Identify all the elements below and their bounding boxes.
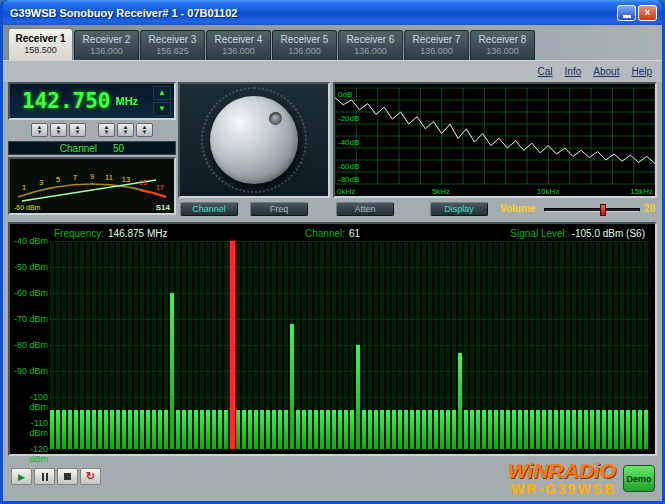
link-help[interactable]: Help <box>631 66 652 77</box>
tab-receiver-6[interactable]: Receiver 6136.000 <box>338 30 403 60</box>
digit-stepper-6[interactable]: ▲▼ <box>136 123 153 137</box>
spectrum-y-label: -60 dBm <box>10 288 48 298</box>
spectrum-bar <box>218 410 222 449</box>
spectrum-bar <box>590 410 594 449</box>
frequency-down-button[interactable]: ▼ <box>153 102 171 116</box>
spectrum-bar <box>530 410 534 449</box>
frequency-value: 142.750 <box>22 89 111 113</box>
spectrum-bar <box>92 410 96 449</box>
spectrum-plot[interactable] <box>50 241 650 449</box>
spectrum-bar <box>248 410 252 449</box>
titlebar[interactable]: G39WSB Sonobuoy Receiver# 1 - 07B01102 × <box>3 0 662 25</box>
brand-model: WR-G39WSB <box>508 482 616 497</box>
tab-receiver-7[interactable]: Receiver 7136.000 <box>404 30 469 60</box>
tab-receiver-2[interactable]: Receiver 2136.000 <box>74 30 139 60</box>
stepper-down-icon: ▼ <box>123 130 129 135</box>
tab-label: Receiver 3 <box>149 34 197 46</box>
spectrum-bar <box>176 410 180 449</box>
stepper-down-icon: ▼ <box>104 130 110 135</box>
spectrum-bar <box>224 410 228 449</box>
volume-thumb[interactable] <box>600 204 606 216</box>
spectrum-bar <box>614 410 618 449</box>
tuning-knob[interactable] <box>210 96 298 184</box>
spectrum-bar <box>260 410 264 449</box>
spectrum-bar <box>398 410 402 449</box>
spectrum-bar <box>272 410 276 449</box>
tab-frequency: 136.000 <box>90 46 123 57</box>
pause-button[interactable] <box>34 468 55 485</box>
spectrum-y-label: -80 dBm <box>10 340 48 350</box>
tab-bar: Receiver 1158.500Receiver 2136.000Receiv… <box>8 28 535 60</box>
spectrum-bar <box>572 410 576 449</box>
display-button[interactable]: Display <box>430 202 488 216</box>
knob-dimple <box>269 112 282 125</box>
digit-stepper-4[interactable]: ▲▼ <box>98 123 115 137</box>
tab-receiver-5[interactable]: Receiver 5136.000 <box>272 30 337 60</box>
spectrum-y-label: -110 dBm <box>10 418 48 438</box>
tab-frequency: 136.000 <box>486 46 519 57</box>
minimize-button[interactable] <box>617 5 636 21</box>
tab-receiver-4[interactable]: Receiver 4136.000 <box>206 30 271 60</box>
link-cal[interactable]: Cal <box>538 66 553 77</box>
arrow-down-icon: ▼ <box>158 105 166 113</box>
spectrum-bar <box>296 410 300 449</box>
spectrum-y-label: -120 dBm <box>10 444 48 464</box>
link-about[interactable]: About <box>593 66 619 77</box>
tab-receiver-8[interactable]: Receiver 8136.000 <box>470 30 535 60</box>
spectrum-bar <box>392 410 396 449</box>
link-info[interactable]: Info <box>565 66 582 77</box>
spectrum-bar <box>128 410 132 449</box>
volume-slider[interactable] <box>544 208 640 212</box>
spectrum-bar <box>632 410 636 449</box>
spectrum-bar <box>200 410 204 449</box>
spectrum-bar <box>482 410 486 449</box>
meter-scale-number: 7 <box>73 173 77 182</box>
spectrum-bar <box>206 410 210 449</box>
stop-button[interactable] <box>57 468 78 485</box>
digit-stepper-5[interactable]: ▲▼ <box>117 123 134 137</box>
spectrum-bar <box>368 410 372 449</box>
spectrum-bar <box>542 410 546 449</box>
stop-icon <box>64 473 71 480</box>
spectrum-bar <box>68 410 72 449</box>
spectrum-grid-line <box>50 371 650 372</box>
spectrum-signal-value: -105.0 dBm (S6) <box>572 228 645 239</box>
spectrum-y-label: -40 dBm <box>10 236 48 246</box>
digit-stepper-1[interactable]: ▲▼ <box>31 123 48 137</box>
spectrum-y-label: -90 dBm <box>10 366 48 376</box>
app-window: G39WSB Sonobuoy Receiver# 1 - 07B01102 ×… <box>0 0 665 504</box>
spectrum-bar <box>314 410 318 449</box>
spectrum-bar <box>566 410 570 449</box>
digit-stepper-3[interactable]: ▲▼ <box>69 123 86 137</box>
spectrum-bar <box>122 410 126 449</box>
spectrum-bar <box>506 410 510 449</box>
spectrum-bar <box>578 410 582 449</box>
loop-button[interactable]: ↻ <box>80 468 101 485</box>
minimize-icon <box>623 15 631 18</box>
channel-value: 50 <box>113 143 124 154</box>
meter-scale-number: 9 <box>90 172 94 181</box>
play-icon: ▶ <box>18 472 25 482</box>
spectrum-grid-line <box>50 345 650 346</box>
tab-receiver-3[interactable]: Receiver 3156.625 <box>140 30 205 60</box>
digit-stepper-2[interactable]: ▲▼ <box>50 123 67 137</box>
play-button[interactable]: ▶ <box>11 468 32 485</box>
spectrum-channel-readout: Channel:61 <box>305 228 360 239</box>
tab-receiver-1[interactable]: Receiver 1158.500 <box>8 28 73 60</box>
demo-button[interactable]: Demo <box>623 465 655 492</box>
frequency-up-button[interactable]: ▲ <box>153 86 171 100</box>
spectrum-bar <box>362 410 366 449</box>
audio-trace <box>335 98 655 164</box>
audio-x-label: 15kHz <box>630 187 653 196</box>
channel-mode-button[interactable]: Channel <box>180 202 238 216</box>
spectrum-bar <box>104 410 108 449</box>
freq-mode-button[interactable]: Freq <box>250 202 308 216</box>
spectrum-signal-readout: Signal Level:-105.0 dBm (S6) <box>510 228 645 239</box>
spectrum-bar <box>194 410 198 449</box>
atten-button[interactable]: Atten <box>336 202 394 216</box>
meter-scale-number: 11 <box>105 173 113 182</box>
spectrum-bar <box>236 410 240 449</box>
close-button[interactable]: × <box>638 5 657 21</box>
spectrum-bar <box>326 410 330 449</box>
app-body: Receiver 1158.500Receiver 2136.000Receiv… <box>3 25 662 501</box>
